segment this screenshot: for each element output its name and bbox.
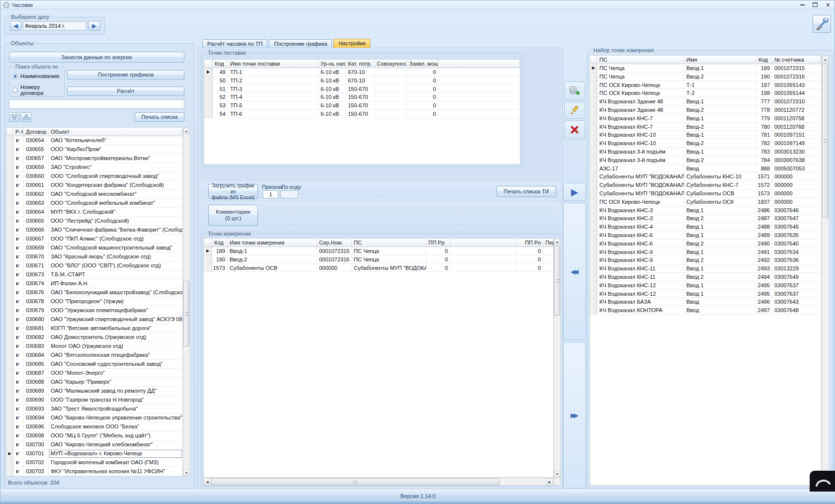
tab-build-graph[interactable]: Построение графика	[269, 39, 332, 49]
checked-icon[interactable]: v	[13, 422, 24, 431]
column-header[interactable]: Код	[213, 60, 228, 68]
scroll-up-button[interactable]: ▲	[183, 128, 189, 134]
tree-view-button-2[interactable]	[21, 112, 31, 122]
tab-settings[interactable]: Настройки	[334, 39, 370, 49]
object-row[interactable]: v 030679 ООО "Уржумская племптицефабрика…	[6, 306, 182, 315]
scroll-down-button[interactable]: ▼	[554, 471, 560, 477]
object-row[interactable]: v 030661 ООО "Кондитерская фабрика" (Сло…	[6, 181, 182, 190]
object-row[interactable]: v 030676 ОАО "Белохолуницкий машстройзав…	[6, 288, 182, 297]
checked-icon[interactable]: v	[13, 252, 24, 261]
object-row[interactable]: v 030669 ОАО "Слободской машиностроитель…	[6, 244, 182, 252]
edit-measure-point-button[interactable]	[564, 102, 585, 119]
radio-by-name[interactable]: Наименованию	[12, 73, 59, 79]
column-header[interactable]: Имя точки измерения	[228, 239, 317, 247]
object-row[interactable]: v 030694 ОАО "Кирово-Чепецкое управление…	[6, 414, 182, 422]
object-row[interactable]: v 030655 ООО "КирЛесПром"	[6, 145, 182, 154]
checked-icon[interactable]: v	[13, 306, 24, 315]
object-row[interactable]: v 030654 ОАО "Котельничхлеб"	[6, 136, 182, 145]
enter-energy-button[interactable]: Занести данные по энергии	[9, 52, 184, 63]
checked-icon[interactable]: v	[13, 279, 24, 288]
supply-row[interactable]: 52 ТП-4 6-10 кВ 150-670 0	[204, 93, 520, 101]
checked-icon[interactable]: v	[13, 315, 24, 324]
checked-icon[interactable]: v	[13, 199, 24, 208]
set-row[interactable]: КЧ Водоканал КНС-11 Ввод 2 2494 03007649	[590, 273, 821, 281]
checked-icon[interactable]: v	[13, 449, 24, 458]
print-ti-button[interactable]: Печать списка ТИ	[497, 186, 556, 197]
set-row[interactable]: ПС ОСК Кирово-Чепецк Субабоненты ОСК 183…	[590, 198, 821, 206]
object-row[interactable]: v 030664 МУП "ВКХ г. Слободской"	[6, 208, 182, 217]
print-list-button[interactable]: Печать списка	[135, 112, 184, 122]
set-row[interactable]: КЧ Водоканал 3-й подъём Ввод-2 784 00030…	[590, 156, 821, 165]
object-row[interactable]: v 030685 ОАО "Сосновский судостроительны…	[6, 360, 182, 369]
scroll-left-button[interactable]: ◀	[204, 478, 211, 485]
set-row[interactable]: ПС Чепца Ввод-2 190 0001072316	[590, 73, 821, 81]
settings-tools-button[interactable]	[813, 15, 831, 33]
set-row[interactable]: КЧ Водоканал БАЗА Ввод 2496 03007643	[590, 298, 821, 306]
checked-icon[interactable]: v	[13, 387, 24, 396]
scroll-up-button[interactable]: ▲	[554, 239, 560, 245]
column-header[interactable]: Код	[756, 56, 772, 64]
set-row[interactable]: Субабоненты МУП "ВОДОКАНАЛ" г Субабонент…	[590, 189, 821, 198]
column-header[interactable]: Кат. потр.	[346, 60, 375, 68]
set-row[interactable]: КЧ Водоканал 3-й подъём Ввод-1 783 00030…	[590, 148, 821, 156]
set-row[interactable]: КЧ Водоканал КНС-7 Ввод-2 780 0001120768	[590, 123, 821, 131]
column-header[interactable]: ПП Ро	[516, 239, 543, 247]
comments-button[interactable]: Комментарии(0 шт.)	[208, 205, 258, 226]
set-row[interactable]: ПС ОСК Кирово-Чепецк Т-1 197 0001055143	[590, 81, 821, 89]
object-row[interactable]: v 030671 ООО "ВЛО" (ООО "СВП") (Слободск…	[6, 261, 182, 270]
object-row[interactable]: v 030684 ОАО "Вятскополянская птицефабри…	[6, 351, 182, 360]
object-row[interactable]: v 030681 КОГП "Вятские автомобильные дор…	[6, 324, 182, 333]
column-header[interactable]: ПП Рр	[426, 239, 450, 247]
checked-icon[interactable]: v	[13, 244, 24, 252]
checked-icon[interactable]: v	[13, 190, 24, 199]
checked-icon[interactable]: v	[13, 414, 24, 422]
checked-icon[interactable]: v	[13, 297, 24, 306]
build-graphs-button[interactable]: Построение графиков	[67, 70, 184, 80]
supply-row[interactable]: 50 ТП-2 6-10 кВ 670-10 0	[204, 77, 520, 85]
object-row[interactable]: v 030690 ООО "Газпром трансгаз Н.Новгоро…	[6, 396, 182, 405]
checked-icon[interactable]: v	[13, 172, 24, 181]
set-row[interactable]: Субабоненты МУП "ВОДОКАНАЛ" г Субабонент…	[590, 181, 821, 189]
column-header[interactable]: Сер.Ном.	[317, 239, 352, 247]
set-row[interactable]: КЧ Водоканал КНС-11 Ввод 1 2493 03013229	[590, 264, 821, 273]
checked-icon[interactable]: v	[13, 440, 24, 449]
object-row[interactable]: v 030693 ЗАО "Трест Ямалстройгаздобыча"	[6, 405, 182, 414]
set-row[interactable]: КЧ Водоканал КОНТОРА Ввод 2497 03007648	[590, 306, 821, 315]
checked-icon[interactable]: v	[13, 235, 24, 244]
object-row[interactable]: v 030670 ЗАО "Красный якорь" (Слободское…	[6, 252, 182, 261]
checked-icon[interactable]: v	[13, 369, 24, 378]
set-row[interactable]: КЧ Водоканал КНС-10 Ввод-1 781 000109715…	[590, 131, 821, 139]
scroll-down-button[interactable]: ▼	[183, 470, 189, 476]
object-row[interactable]: v 030703 ФКУ "Исправительная колония №11…	[6, 467, 182, 476]
set-row[interactable]: КЧ Водоканал КНС-12 Ввод 1 2495 03007637	[590, 281, 821, 290]
set-row[interactable]: КЧ Водоканал КНС-7 Ввод-1 779 0001120758	[590, 114, 821, 123]
checked-icon[interactable]: v	[13, 333, 24, 342]
checked-icon[interactable]: v	[13, 270, 24, 279]
checked-icon[interactable]: v	[13, 226, 24, 235]
column-header[interactable]: Договор	[24, 128, 49, 136]
column-header[interactable]: № счетчика	[772, 56, 821, 64]
set-row[interactable]: КЧ Водоканал КНС-4 Ввод 1 2488 03007645	[590, 223, 821, 231]
minimize-button[interactable]	[799, 1, 806, 8]
checked-icon[interactable]: v	[13, 217, 24, 226]
close-button[interactable]: ×	[825, 1, 832, 8]
scroll-thumb[interactable]	[183, 281, 189, 346]
scroll-thumb[interactable]	[211, 478, 500, 485]
measure-row[interactable]: 190 Ввод-2 0001072316 ПС Чепца 0 0	[204, 255, 553, 264]
checked-icon[interactable]: v	[13, 324, 24, 333]
checked-icon[interactable]: v	[13, 431, 24, 440]
object-row[interactable]: v 030696 Слободское меховое ООО "Белка"	[6, 422, 182, 431]
set-row[interactable]: КЧ Водоканал Здание 48 Ввод-2 778 000112…	[590, 106, 821, 114]
measure-row[interactable]: 1573 Субабоненты ОСВ 000000 Субабоненты …	[204, 264, 553, 272]
checked-icon[interactable]: v	[13, 378, 24, 387]
measure-h-scrollbar[interactable]: ◀ ▶	[203, 478, 554, 486]
object-row[interactable]: v 030665 ООО "Лестрейд" (Слободской)	[6, 217, 182, 226]
by-code-field[interactable]	[280, 190, 298, 198]
object-row[interactable]: v 030698 ООО "МЦ-5 Групп" ("Мебель энд ц…	[6, 431, 182, 440]
objects-scrollbar[interactable]: ▲ ▼	[183, 127, 190, 477]
measure-v-scrollbar[interactable]: ▲ ▼	[554, 238, 561, 478]
set-row[interactable]: КЧ Водоканал КНС-3 Ввод 2 2487 03007647	[590, 214, 821, 223]
column-header[interactable]: Ур-нь напр.	[319, 60, 346, 68]
set-row[interactable]: Субабоненты МУП "ВОДОКАНАЛ" г Субабонент…	[590, 172, 821, 181]
set-row[interactable]: КЧ Водоканал КНС-3 Ввод 1 2486 03007646	[590, 206, 821, 215]
